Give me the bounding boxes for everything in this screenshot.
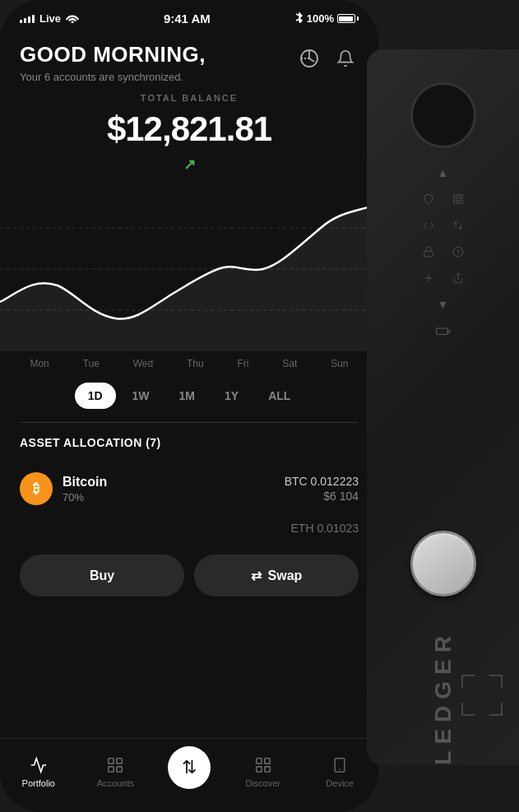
device-icon [330,755,350,775]
period-1y-button[interactable]: 1Y [211,383,252,409]
change-arrow-icon: ↗ [183,155,196,174]
balance-chart [0,187,378,351]
signal-bar-3 [28,16,30,23]
device-up-row: ▲ [435,165,452,181]
bitcoin-percentage: 70% [63,491,275,503]
device-icon-row-3 [420,244,466,260]
asset-bitcoin[interactable]: ₿ Bitcoin 70% BTC 0.012223 $6 104 [0,462,378,515]
device-icon-grid [450,191,466,207]
device-center-button[interactable] [410,531,476,596]
svg-rect-23 [436,328,447,335]
device-icon-shield [420,191,437,207]
status-left: Live [20,12,79,26]
device-up-icon: ▲ [435,165,452,181]
swap-icon: ⇄ [251,568,262,583]
time-label-wed: Wed [133,358,153,369]
eth-partial-crypto: ETH 0.01023 [291,522,359,535]
period-1d-button[interactable]: 1D [75,383,116,409]
time-labels: Mon Tue Wed Thu Fri Sat Sun [0,351,378,373]
buy-button[interactable]: Buy [20,554,184,596]
time-label-tue: Tue [83,358,100,369]
nav-device[interactable]: Device [315,755,364,788]
period-all-button[interactable]: ALL [255,383,304,409]
corner-tr [489,675,503,688]
wifi-icon [66,12,79,26]
signal-bar-4 [32,15,35,23]
device-label: Device [326,778,354,788]
period-1w-button[interactable]: 1W [119,383,163,409]
cta-buttons-section: Buy ⇄ Swap [0,541,378,610]
bitcoin-fiat-amount: $6 104 [285,490,359,503]
time-label-sun: Sun [331,358,348,369]
greeting-text: GOOD MORNING, [20,42,206,67]
section-divider [20,422,359,423]
svg-rect-6 [109,766,114,771]
device-corner-marks [461,675,503,716]
time-label-sat: Sat [282,358,297,369]
time-display: 9:41 AM [164,12,211,26]
status-right: 100% [295,12,359,26]
chart-section [0,187,378,351]
portfolio-chart-icon[interactable] [296,45,322,72]
balance-section: TOTAL BALANCE $12,821.81 ↗ [0,86,378,187]
phone-container: Live 9:41 AM 100% [0,0,378,812]
bitcoin-name: Bitcoin [63,475,275,490]
notification-bell-icon[interactable] [332,45,359,72]
discover-icon [253,755,273,775]
bitcoin-amounts: BTC 0.012223 $6 104 [285,475,359,503]
nav-discover[interactable]: Discover [239,755,288,788]
period-1m-button[interactable]: 1M [166,383,208,409]
bluetooth-icon [295,12,304,26]
svg-rect-15 [459,195,462,198]
svg-rect-5 [117,758,122,763]
device-icon-code [420,217,437,234]
time-label-fri: Fri [237,358,248,369]
accounts-label: Accounts [97,778,134,788]
nav-accounts[interactable]: Accounts [90,755,140,788]
device-icon-time [450,244,466,260]
battery-indicator [337,14,359,23]
bitcoin-info: Bitcoin 70% [63,475,275,503]
device-icon-row-2 [420,217,466,234]
transfer-center-button[interactable]: ⇅ [168,746,211,789]
svg-rect-4 [109,758,114,763]
period-selector: 1D 1W 1M 1Y ALL [0,373,378,415]
signal-bars [20,15,35,23]
svg-rect-8 [256,758,261,763]
svg-rect-9 [264,758,269,763]
ledger-device: ▲ [367,49,519,765]
device-down-icon: ▼ [435,296,452,313]
swap-button[interactable]: ⇄ Swap [194,554,359,596]
signal-bar-1 [20,20,22,23]
status-bar: Live 9:41 AM 100% [0,0,378,32]
svg-rect-14 [453,195,456,198]
balance-change: ↗ [20,155,359,174]
device-icon-row-5 [435,322,452,339]
svg-rect-18 [424,251,433,256]
device-icon-row-1 [420,191,466,207]
ledger-brand-text: LEDGER [430,629,456,765]
signal-bar-2 [24,18,26,23]
svg-rect-16 [453,200,456,203]
svg-rect-17 [459,200,462,203]
bitcoin-icon: ₿ [20,472,53,505]
device-icon-arrows [450,217,466,234]
corner-tl [461,675,475,688]
device-controls: ▲ [420,165,466,514]
header-section: GOOD MORNING, Your 6 accounts are synchr… [0,32,378,86]
transfer-icon: ⇅ [182,757,197,778]
sub-greeting-text: Your 6 accounts are synchronized. [20,71,206,83]
portfolio-label: Portfolio [22,778,55,788]
corner-br [489,703,503,716]
device-icon-battery [435,322,452,339]
balance-amount: $12,821.81 [20,109,359,149]
discover-label: Discover [245,778,280,788]
asset-allocation-title: ASSET ALLOCATION (7) [0,436,378,462]
time-label-mon: Mon [30,358,49,369]
svg-rect-10 [256,766,261,771]
device-icon-row-4 [420,270,466,286]
device-top-circle [410,82,476,148]
device-down-row: ▼ [435,296,452,313]
nav-portfolio[interactable]: Portfolio [14,755,63,788]
balance-label: TOTAL BALANCE [20,93,359,103]
